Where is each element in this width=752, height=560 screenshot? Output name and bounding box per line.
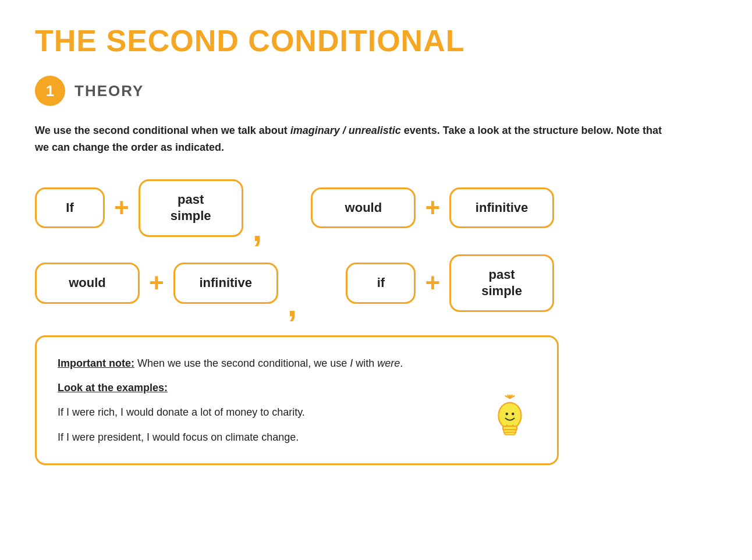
look-label: Look at the examples: xyxy=(58,382,168,394)
section-header: 1 THEORY xyxy=(35,76,717,106)
formula-box-if-2: if xyxy=(346,263,416,304)
important-label: Important note: xyxy=(58,357,134,369)
note-box: Important note: When we use the second c… xyxy=(35,335,559,465)
page-title: THE SECOND CONDITIONAL xyxy=(35,23,717,58)
formula-box-if: If xyxy=(35,187,105,229)
formula-section: If + past simple , would + infinitive wo… xyxy=(35,179,717,312)
formula-box-infinitive-1: infinitive xyxy=(449,187,554,229)
intro-before-italic: We use the second conditional when we ta… xyxy=(35,125,290,136)
comma-1: , xyxy=(253,217,263,242)
lightbulb-icon xyxy=(484,395,536,447)
plus-icon-2: + xyxy=(425,195,440,221)
formula-row-1: If + past simple , would + infinitive xyxy=(35,179,717,237)
note-example2: If I were president, I would focus on cl… xyxy=(58,427,472,447)
plus-icon-3: + xyxy=(149,270,164,296)
svg-rect-8 xyxy=(505,432,515,435)
with-were-text: with xyxy=(353,357,377,369)
formula-box-past-simple-2: past simple xyxy=(449,254,554,312)
formula-box-would-2: would xyxy=(35,263,140,304)
section-number: 1 xyxy=(35,76,65,106)
note-inner-row: Important note: When we use the second c… xyxy=(58,353,536,447)
were-word: were xyxy=(377,357,400,369)
plus-icon-1: + xyxy=(114,195,129,221)
note-example1: If I were rich, I would donate a lot of … xyxy=(58,402,472,422)
intro-italic: imaginary / unrealistic xyxy=(290,125,401,136)
note-text-block: Important note: When we use the second c… xyxy=(58,353,472,447)
intro-text: We use the second conditional when we ta… xyxy=(35,122,675,156)
comma-2: , xyxy=(288,292,297,317)
formula-box-past-simple-1: past simple xyxy=(139,179,243,237)
important-text: When we use the second conditional, we u… xyxy=(134,357,350,369)
note-look-line: Look at the examples: xyxy=(58,378,472,398)
svg-point-5 xyxy=(499,402,522,428)
svg-point-10 xyxy=(512,412,515,415)
section-label: THEORY xyxy=(75,82,144,100)
formula-row-2: would + infinitive , if + past simple xyxy=(35,254,717,312)
note-important-line: Important note: When we use the second c… xyxy=(58,353,472,373)
period: . xyxy=(400,357,403,369)
svg-point-9 xyxy=(506,412,509,415)
plus-icon-4: + xyxy=(425,270,440,296)
formula-box-infinitive-2: infinitive xyxy=(173,263,278,304)
formula-box-would-1: would xyxy=(311,187,416,229)
